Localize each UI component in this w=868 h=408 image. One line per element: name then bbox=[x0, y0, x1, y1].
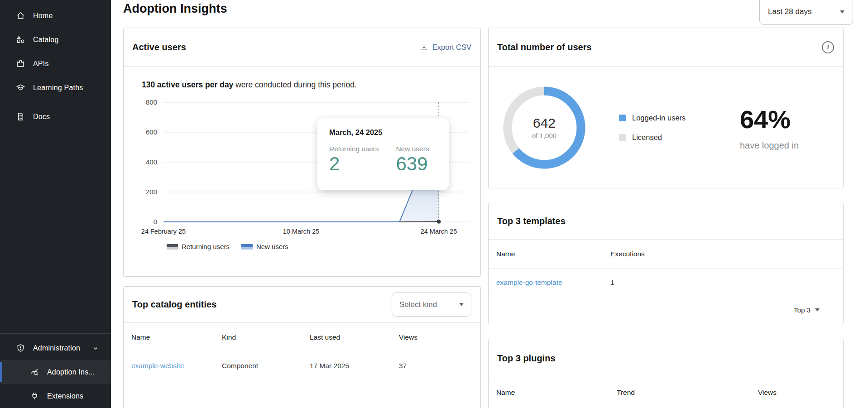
table-cell: Component bbox=[222, 362, 310, 370]
templates-table: NameExecutionsexample-go-template1 bbox=[489, 240, 843, 296]
column-header: Views bbox=[758, 389, 843, 397]
logged-in-percent: 64% have logged in bbox=[740, 105, 799, 151]
legend-swatch bbox=[619, 134, 626, 141]
download-icon bbox=[420, 43, 428, 51]
column-header: Views bbox=[399, 333, 480, 341]
sidebar-item-catalog[interactable]: Catalog bbox=[0, 28, 111, 52]
info-icon[interactable]: i bbox=[822, 41, 834, 53]
api-icon bbox=[16, 59, 25, 68]
main-area: Adoption Insights Last 28 days Active us… bbox=[111, 0, 868, 408]
legend-swatch bbox=[241, 244, 253, 250]
sidebar-divider bbox=[0, 102, 111, 102]
tooltip-value: 639 bbox=[396, 154, 429, 174]
tooltip-label: New users bbox=[396, 145, 429, 153]
donut-total: of 1,000 bbox=[532, 132, 556, 139]
export-csv-button[interactable]: Export CSV bbox=[420, 43, 471, 52]
kind-select-value: Select kind bbox=[399, 300, 437, 309]
table-header-row: NameExecutions bbox=[489, 240, 843, 269]
sidebar-item-apis[interactable]: APIs bbox=[0, 52, 111, 76]
column-header: Name bbox=[496, 389, 617, 397]
legend-item-returning-users: Returning users bbox=[167, 243, 230, 250]
card-title: Active users bbox=[132, 42, 186, 53]
chart-legend: Returning users New users bbox=[167, 243, 480, 250]
active-users-card: Active users Export CSV 130 active users… bbox=[123, 28, 481, 277]
sidebar-item-label: Home bbox=[33, 12, 53, 20]
date-range-select[interactable]: Last 28 days bbox=[759, 0, 853, 25]
sidebar-item-label: Adoption Ins... bbox=[47, 368, 95, 376]
column-header: Executions bbox=[610, 250, 843, 258]
chevron-down-icon[interactable] bbox=[92, 345, 99, 352]
svg-text:800: 800 bbox=[146, 98, 157, 106]
svg-text:400: 400 bbox=[146, 158, 157, 166]
column-header: Kind bbox=[222, 333, 310, 341]
entity-link[interactable]: example-go-template bbox=[496, 278, 610, 287]
dropdown-arrow-icon bbox=[459, 303, 464, 306]
sidebar-item-label: Administration bbox=[33, 344, 80, 352]
table-cell: 1 bbox=[610, 278, 843, 287]
page-title: Adoption Insights bbox=[123, 2, 227, 16]
donut-legend: Logged-in users Licensed bbox=[619, 114, 686, 142]
trend-magnifier-icon bbox=[30, 367, 39, 377]
svg-text:24 March 25: 24 March 25 bbox=[421, 228, 457, 235]
licensed-users-donut: 642 of 1,000 bbox=[502, 86, 586, 170]
card-title: Total number of users bbox=[497, 42, 592, 53]
dashboard-content: Active users Export CSV 130 active users… bbox=[111, 16, 868, 408]
top-templates-card: Top 3 templates NameExecutionsexample-go… bbox=[488, 203, 844, 324]
sidebar-item-label: Catalog bbox=[33, 36, 59, 44]
table-row: example-websiteComponent17 Mar 202537 bbox=[124, 352, 480, 379]
entity-link[interactable]: example-website bbox=[131, 362, 222, 370]
card-title: Top 3 plugins bbox=[497, 353, 556, 364]
svg-text:600: 600 bbox=[146, 128, 157, 136]
active-indicator bbox=[0, 362, 2, 382]
sidebar-item-label: Docs bbox=[33, 113, 50, 121]
sidebar-item-extensions[interactable]: Extensions bbox=[0, 384, 111, 408]
chart-tooltip: March, 24 2025 Returning users 2 New use… bbox=[317, 118, 449, 190]
home-icon bbox=[16, 11, 25, 20]
kind-select[interactable]: Select kind bbox=[392, 293, 471, 317]
donut-value: 642 bbox=[533, 115, 556, 131]
table-cell: 17 Mar 2025 bbox=[310, 362, 399, 370]
svg-text:0: 0 bbox=[153, 218, 157, 226]
docs-icon bbox=[16, 112, 25, 121]
sidebar-item-label: Extensions bbox=[47, 392, 83, 400]
column-header: Name bbox=[496, 250, 610, 258]
sidebar-item-label: APIs bbox=[33, 60, 49, 68]
svg-text:200: 200 bbox=[146, 188, 157, 196]
tooltip-label: Returning users bbox=[329, 145, 379, 153]
legend-item-logged-in: Logged-in users bbox=[619, 114, 686, 122]
sidebar-item-label: Learning Paths bbox=[33, 84, 83, 92]
column-header: Trend bbox=[617, 389, 758, 397]
dropdown-arrow-icon bbox=[840, 10, 844, 14]
sidebar-item-docs[interactable]: Docs bbox=[0, 105, 111, 129]
top-n-select[interactable]: Top 3 bbox=[489, 296, 843, 324]
svg-text:24 February 25: 24 February 25 bbox=[141, 228, 186, 235]
chart-summary: 130 active users per day were conducted … bbox=[142, 80, 480, 90]
column-header: Name bbox=[131, 333, 222, 341]
column-header: Last used bbox=[310, 333, 399, 341]
learning-paths-icon bbox=[16, 83, 25, 92]
sidebar-item-home[interactable]: Home bbox=[0, 4, 111, 28]
legend-item-licensed: Licensed bbox=[619, 133, 686, 142]
sidebar-item-learning-paths[interactable]: Learning Paths bbox=[0, 76, 111, 100]
legend-swatch bbox=[619, 115, 626, 121]
page-header: Adoption Insights Last 28 days bbox=[111, 0, 868, 16]
top-catalog-entities-card: Top catalog entities Select kind NameKin… bbox=[123, 286, 481, 408]
percent-value: 64% bbox=[740, 105, 799, 134]
catalog-icon bbox=[16, 35, 25, 44]
dropdown-arrow-icon bbox=[815, 308, 820, 312]
sidebar: Home Catalog APIs Learning Paths Docs Ad… bbox=[0, 0, 111, 408]
percent-caption: have logged in bbox=[740, 140, 799, 151]
table-header-row: NameKindLast usedViews bbox=[124, 323, 480, 352]
card-title: Top 3 templates bbox=[497, 216, 566, 226]
sidebar-item-administration[interactable]: Administration bbox=[0, 336, 111, 360]
top-plugins-card: Top 3 plugins NameTrendViews bbox=[488, 339, 844, 408]
plug-icon bbox=[30, 391, 39, 401]
table-row: example-go-template1 bbox=[489, 269, 843, 296]
legend-swatch bbox=[167, 244, 178, 250]
sidebar-item-adoption-insights[interactable]: Adoption Ins... bbox=[0, 360, 111, 384]
tooltip-date: March, 24 2025 bbox=[329, 128, 449, 137]
svg-text:10 March 25: 10 March 25 bbox=[283, 228, 320, 235]
top-n-select-value: Top 3 bbox=[794, 306, 810, 314]
catalog-entities-table: NameKindLast usedViewsexample-websiteCom… bbox=[124, 323, 480, 379]
legend-item-new-users: New users bbox=[241, 243, 288, 250]
